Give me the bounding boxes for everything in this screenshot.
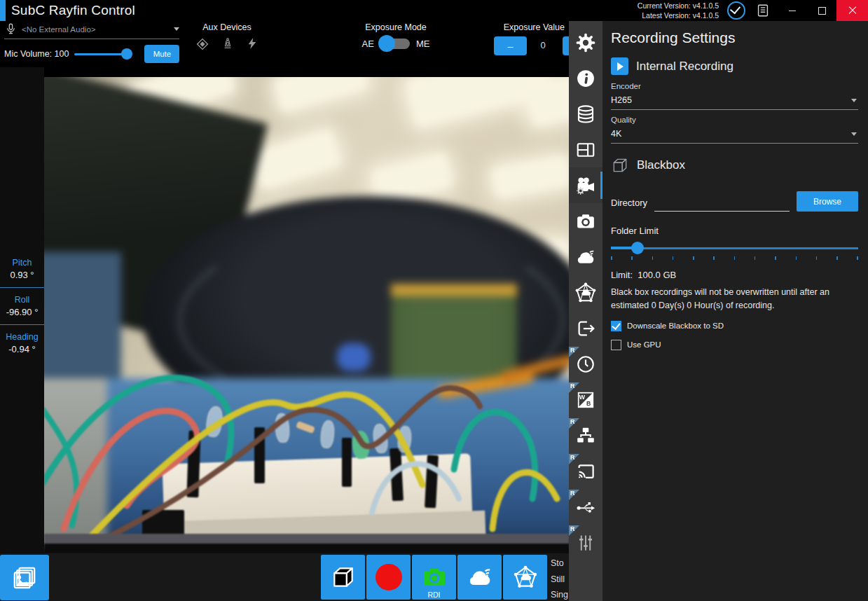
main-area: <No External Audio> Mic Volume: 100 Mute… [0, 21, 569, 601]
title-bar: SubC Rayfin Control Current Version: v4.… [0, 0, 868, 21]
sidebar-item-cast[interactable]: R [569, 453, 602, 489]
panel-title: Recording Settings [611, 29, 858, 46]
me-label: ME [416, 39, 430, 49]
roll-label: Roll [0, 295, 44, 305]
exposure-mode-section: Exposure Mode AE ME [335, 22, 457, 49]
mute-button[interactable]: Mute [144, 45, 179, 63]
status-line: Sto [551, 555, 568, 572]
sidebar-item-adjustments[interactable]: R [569, 525, 602, 560]
encoder-value: H265 [611, 95, 632, 105]
rdi-label: RDI [412, 590, 456, 599]
exposure-plus-button[interactable]: + [563, 36, 569, 55]
mic-volume-thumb[interactable] [121, 48, 132, 60]
record-button[interactable] [366, 555, 411, 600]
maximize-icon [818, 7, 826, 15]
blackbox-cube-icon [611, 156, 629, 174]
bottom-action-bar: RDI Sto Still Sing [0, 553, 569, 601]
cloud-upload-icon [575, 247, 596, 268]
sidebar-item-clock[interactable]: R [569, 346, 602, 382]
cloud-upload-button[interactable] [457, 555, 502, 600]
exposure-mode-toggle[interactable] [380, 39, 410, 49]
svg-text:W: W [579, 393, 586, 400]
strobe-icon[interactable] [245, 36, 259, 50]
directory-input[interactable] [654, 194, 790, 212]
quality-label: Quality [611, 116, 858, 124]
pitch-label: Pitch [0, 258, 44, 268]
blackbox-heading: Blackbox [637, 158, 685, 172]
sidebar-item-storage[interactable] [569, 96, 602, 132]
lamp-icon[interactable] [221, 36, 235, 50]
laser-icon[interactable] [195, 36, 210, 52]
quality-value: 4K [611, 129, 621, 139]
slider-thumb[interactable] [631, 242, 644, 254]
use-gpu-checkbox-row[interactable]: Use GPU [611, 340, 858, 350]
camera-icon [421, 564, 448, 590]
sidebar-item-network-share[interactable] [569, 275, 602, 310]
sidebar-item-usb[interactable]: R [569, 489, 602, 525]
video-feed [44, 77, 569, 553]
heading-label: Heading [0, 332, 44, 342]
internal-recording-heading: Internal Recording [636, 60, 733, 74]
exposure-minus-button[interactable]: – [494, 36, 527, 55]
svg-text:B: B [586, 400, 591, 407]
network-share-button[interactable] [503, 555, 547, 600]
slider-track [637, 247, 858, 249]
maximize-button[interactable] [807, 0, 836, 21]
quality-dropdown[interactable]: 4K [611, 124, 858, 144]
sidebar-item-info[interactable] [569, 60, 602, 96]
capture-still-button[interactable]: RDI [412, 555, 456, 600]
camera-icon [575, 211, 596, 232]
slider-ticks [611, 256, 858, 261]
sidebar-item-stills[interactable] [569, 203, 602, 239]
nav-sidebar: R R WB R R R R [569, 21, 602, 601]
top-toolbar: <No External Audio> Mic Volume: 100 Mute… [0, 21, 569, 67]
minimize-button[interactable] [778, 0, 807, 21]
image-gallery-icon [11, 564, 39, 592]
manual-icon[interactable] [755, 3, 771, 18]
internal-recording-icon [611, 57, 628, 75]
use-gpu-label: Use GPU [627, 340, 661, 349]
database-icon [575, 104, 596, 125]
sidebar-item-recording-settings[interactable] [569, 167, 602, 203]
close-icon [848, 6, 857, 15]
app-window: SubC Rayfin Control Current Version: v4.… [0, 0, 868, 601]
sidebar-item-lan[interactable]: R [569, 417, 602, 453]
exposure-value: 0 [532, 40, 553, 50]
downscale-label: Downscale Blackbox to SD [627, 322, 724, 330]
update-check-icon[interactable] [727, 1, 745, 20]
blackbox-cube-icon [330, 564, 357, 590]
browse-button[interactable]: Browse [797, 191, 858, 212]
folder-limit-slider[interactable] [611, 242, 858, 254]
network-pentagon-icon [513, 565, 538, 590]
export-icon [575, 318, 596, 339]
blackbox-button[interactable] [321, 555, 365, 600]
sidebar-item-white-balance[interactable]: R WB [569, 382, 602, 417]
sidebar-item-cloud[interactable] [569, 239, 602, 275]
telemetry-strip: Pitch 0.93 ° Roll -96.90 ° Heading -0.94… [0, 67, 44, 553]
info-icon [575, 68, 596, 89]
sidebar-item-overlay[interactable] [569, 132, 602, 167]
sidebar-item-settings[interactable] [569, 25, 602, 60]
camcorder-gear-icon [574, 174, 597, 197]
image-gallery-button[interactable] [0, 555, 49, 600]
downscale-checkbox[interactable] [611, 321, 621, 331]
audio-device-dropdown[interactable]: <No External Audio> [4, 22, 179, 39]
mic-volume-slider[interactable] [74, 53, 130, 55]
layout-icon [575, 139, 596, 160]
minimize-icon [789, 11, 796, 11]
ae-label: AE [362, 39, 374, 49]
exposure-mode-label: Exposure Mode [335, 22, 457, 32]
use-gpu-checkbox[interactable] [611, 340, 621, 350]
window-title: SubC Rayfin Control [11, 3, 135, 18]
close-button[interactable] [836, 0, 868, 21]
encoder-dropdown[interactable]: H265 [611, 90, 858, 110]
folder-limit-label: Folder Limit [611, 226, 858, 236]
downscale-checkbox-row[interactable]: Downscale Blackbox to SD [611, 321, 858, 331]
version-info: Current Version: v4.1.0.5 Latest Version… [638, 1, 719, 20]
sidebar-item-export[interactable] [569, 310, 602, 346]
limit-text: Limit: 100.0 GB [611, 270, 858, 280]
divider [0, 324, 44, 325]
latest-version: Latest Version: v4.1.0.5 [638, 11, 719, 20]
status-line: Still [551, 572, 568, 588]
aux-devices-section: Aux Devices [185, 22, 269, 52]
